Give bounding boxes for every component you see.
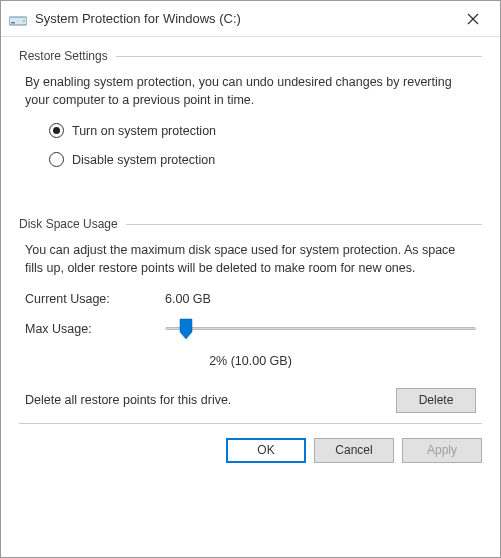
window-title: System Protection for Windows (C:) [35, 11, 452, 26]
restore-settings-header: Restore Settings [19, 49, 482, 63]
svg-rect-1 [11, 22, 15, 24]
separator [126, 224, 482, 225]
apply-button[interactable]: Apply [402, 438, 482, 463]
slider-track [165, 327, 476, 330]
slider-thumb[interactable] [179, 318, 193, 338]
restore-settings-label: Restore Settings [19, 49, 108, 63]
radio-disable-label: Disable system protection [72, 153, 215, 167]
current-usage-label: Current Usage: [25, 292, 165, 306]
delete-row: Delete all restore points for this drive… [19, 388, 482, 413]
slider-value-text: 2% (10.00 GB) [19, 354, 482, 368]
svg-point-2 [23, 20, 25, 22]
max-usage-slider[interactable] [165, 322, 476, 336]
ok-button[interactable]: OK [226, 438, 306, 463]
cancel-button[interactable]: Cancel [314, 438, 394, 463]
disk-space-header: Disk Space Usage [19, 217, 482, 231]
radio-icon [49, 123, 64, 138]
disk-space-label: Disk Space Usage [19, 217, 118, 231]
delete-description: Delete all restore points for this drive… [25, 393, 396, 407]
current-usage-row: Current Usage: 6.00 GB [19, 292, 482, 306]
footer-buttons: OK Cancel Apply [1, 438, 500, 477]
footer-separator [19, 423, 482, 424]
max-usage-label: Max Usage: [25, 322, 165, 336]
max-usage-row: Max Usage: [19, 322, 482, 336]
radio-disable[interactable]: Disable system protection [49, 152, 482, 167]
content-area: Restore Settings By enabling system prot… [1, 37, 500, 413]
disk-space-description: You can adjust the maximum disk space us… [19, 241, 482, 277]
delete-button[interactable]: Delete [396, 388, 476, 413]
protection-radio-group: Turn on system protection Disable system… [19, 123, 482, 167]
radio-turn-on-label: Turn on system protection [72, 124, 216, 138]
radio-icon [49, 152, 64, 167]
radio-turn-on[interactable]: Turn on system protection [49, 123, 482, 138]
close-button[interactable] [452, 5, 494, 33]
titlebar: System Protection for Windows (C:) [1, 1, 500, 37]
drive-icon [9, 12, 27, 26]
separator [116, 56, 482, 57]
restore-settings-description: By enabling system protection, you can u… [19, 73, 482, 109]
current-usage-value: 6.00 GB [165, 292, 211, 306]
